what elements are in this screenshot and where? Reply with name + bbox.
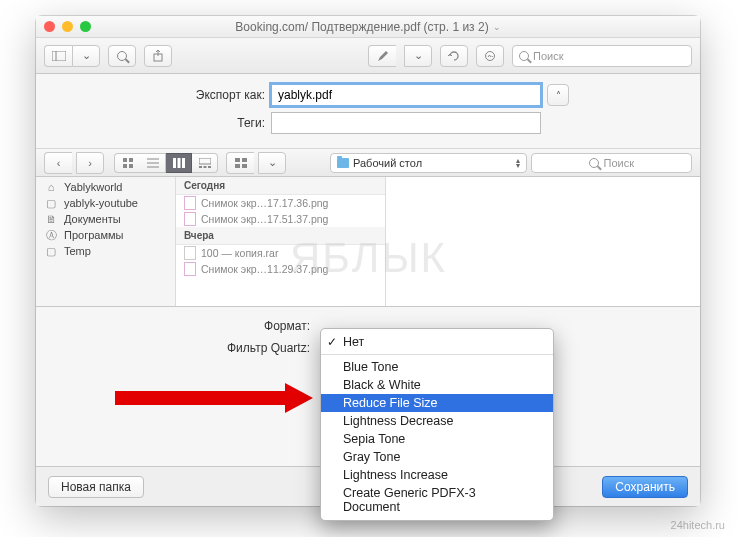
finder-search-placeholder: Поиск [603,157,633,169]
markup-button[interactable] [476,45,504,67]
check-icon: ✓ [327,335,337,349]
svg-rect-5 [123,158,127,162]
svg-rect-20 [242,158,247,162]
sidebar-item[interactable]: ▢yablyk-youtube [36,195,175,211]
dropdown-item-label: Lightness Decrease [343,414,453,428]
dropdown-item[interactable]: Sepia Tone [321,430,553,448]
view-list-button[interactable] [140,153,166,173]
maximize-button[interactable] [80,21,91,32]
svg-rect-17 [203,166,206,168]
file-item[interactable]: Снимок экр…11.29.37.png [176,261,385,277]
minimize-button[interactable] [62,21,73,32]
dropdown-item[interactable]: Reduce File Size [321,394,553,412]
sidebar-item[interactable]: 🗎Документы [36,211,175,227]
file-icon [184,212,196,226]
file-icon [184,196,196,210]
quartz-filter-dropdown[interactable]: ✓НетBlue ToneBlack & WhiteReduce File Si… [320,328,554,521]
sidebar-app-icon: Ⓐ [44,229,58,241]
share-button[interactable] [144,45,172,67]
sidebar-item-label: Документы [64,213,121,225]
file-icon [184,262,196,276]
sidebar-item-label: yablyk-youtube [64,197,138,209]
format-label: Формат: [36,319,316,333]
view-gallery-button[interactable] [192,153,218,173]
group-dropdown-button[interactable]: ⌄ [258,152,286,174]
sidebar-toggle-button[interactable] [44,45,72,67]
file-group-header: Сегодня [176,177,385,195]
annotation-arrow [115,383,320,413]
svg-rect-18 [208,166,211,168]
finder-toolbar: ‹ › ⌄ Рабочий стол ▴▾ [36,149,700,177]
sidebar-doc-icon: 🗎 [44,213,58,225]
sidebar-item[interactable]: ⌂Yablykworld [36,179,175,195]
annotate-button[interactable] [368,45,396,67]
file-name: Снимок экр…11.29.37.png [201,263,328,275]
svg-rect-15 [199,158,211,164]
dropdown-separator [321,354,553,355]
group-button[interactable] [226,152,254,174]
sidebar-item-label: Программы [64,229,123,241]
finder-search-field[interactable]: Поиск [531,153,692,173]
dropdown-item[interactable]: Lightness Increase [321,466,553,484]
svg-rect-8 [129,164,133,168]
svg-rect-12 [173,158,176,168]
toolbar-search-field[interactable]: Поиск [512,45,692,67]
search-icon [519,51,529,61]
watermark-site: 24hitech.ru [671,519,725,531]
location-select[interactable]: Рабочий стол ▴▾ [330,153,527,173]
new-folder-button[interactable]: Новая папка [48,476,144,498]
tags-label: Теги: [36,116,271,130]
svg-rect-6 [129,158,133,162]
rotate-button[interactable] [440,45,468,67]
dropdown-item-label: Нет [343,335,364,349]
dropdown-item[interactable]: Lightness Decrease [321,412,553,430]
export-as-label: Экспорт как: [36,88,271,102]
view-icons-button[interactable] [114,153,140,173]
sidebar: ⌂Yablykworld▢yablyk-youtube🗎ДокументыⒶПр… [36,177,176,306]
window-title: Booking.com/ Подтверждение.pdf (стр. 1 и… [36,20,700,34]
view-columns-button[interactable] [166,153,192,173]
sidebar-folder-icon: ▢ [44,245,58,257]
svg-rect-21 [235,164,240,168]
app-toolbar: ⌄ ⌄ Поиск [36,38,700,74]
forward-button[interactable]: › [76,152,104,174]
sidebar-item[interactable]: ▢Temp [36,243,175,259]
dropdown-item[interactable]: Gray Tone [321,448,553,466]
preview-column [386,177,700,306]
file-icon [184,246,196,260]
save-button[interactable]: Сохранить [602,476,688,498]
title-text: Booking.com/ Подтверждение.pdf (стр. 1 и… [235,20,488,34]
location-label: Рабочий стол [353,157,422,169]
sidebar-home-icon: ⌂ [44,181,58,193]
svg-rect-14 [182,158,185,168]
sidebar-dropdown-button[interactable]: ⌄ [72,45,100,67]
svg-rect-0 [52,51,66,61]
toolbar-search-placeholder: Поиск [533,50,563,62]
dropdown-item-label: Sepia Tone [343,432,405,446]
svg-rect-13 [177,158,180,168]
dropdown-item[interactable]: Create Generic PDFX-3 Document [321,484,553,516]
dropdown-item-label: Reduce File Size [343,396,438,410]
quartz-filter-label: Фильтр Quartz: [36,341,316,355]
annotate-dropdown-button[interactable]: ⌄ [404,45,432,67]
dropdown-item[interactable]: ✓Нет [321,333,553,351]
export-filename-input[interactable] [271,84,541,106]
close-button[interactable] [44,21,55,32]
dropdown-item[interactable]: Black & White [321,376,553,394]
tags-input[interactable] [271,112,541,134]
sidebar-item-label: Temp [64,245,91,257]
zoom-button[interactable] [108,45,136,67]
file-item[interactable]: Снимок экр…17.51.37.png [176,211,385,227]
expand-collapse-button[interactable]: ˄ [547,84,569,106]
svg-rect-19 [235,158,240,162]
file-name: 100 — копия.rar [201,247,278,259]
dropdown-item[interactable]: Blue Tone [321,358,553,376]
export-panel: Экспорт как: ˄ Теги: [36,74,700,149]
file-item[interactable]: 100 — копия.rar [176,245,385,261]
svg-rect-22 [242,164,247,168]
back-button[interactable]: ‹ [44,152,72,174]
sidebar-item[interactable]: ⒶПрограммы [36,227,175,243]
title-chevron-icon[interactable]: ⌄ [493,22,501,32]
traffic-lights [44,21,91,32]
file-item[interactable]: Снимок экр…17.17.36.png [176,195,385,211]
